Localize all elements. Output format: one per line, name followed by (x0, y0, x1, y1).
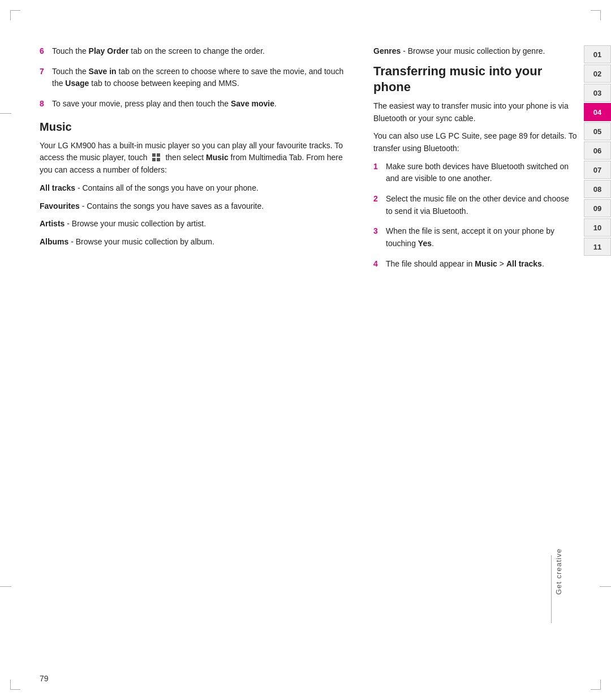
artists-line: Artists - Browse your music collection b… (40, 218, 345, 230)
transfer-step-3: 3 When the file is sent, accept it on yo… (373, 225, 577, 250)
list-item-7: 7 Touch the Save in tab on the screen to… (40, 66, 345, 90)
nav-tab-06[interactable]: 06 (584, 141, 611, 160)
tick-left-top (0, 113, 11, 114)
left-column: 6 Touch the Play Order tab on the screen… (40, 34, 362, 640)
nav-tab-04[interactable]: 04 (584, 103, 611, 121)
step-4-text: The file should appear in Music > All tr… (386, 258, 544, 270)
right-column: 01 02 03 04 05 06 07 08 09 10 11 Genres … (362, 34, 577, 640)
vertical-divider (551, 555, 552, 623)
item-8-bold: Save movie (231, 99, 274, 108)
transfer-step-2: 2 Select the music file on the other dev… (373, 193, 577, 217)
step-4-number: 4 (373, 258, 384, 270)
genres-bold: Genres (373, 46, 401, 55)
all-tracks-text: - Contains all of the songs you have on … (75, 183, 259, 192)
step-3-bold: Yes (418, 239, 432, 248)
page-number: 79 (40, 674, 49, 683)
bottom-bar: 79 (0, 674, 611, 700)
genres-text: - Browse your music collection by genre. (401, 46, 545, 55)
item-7-bold2: Usage (65, 79, 89, 88)
nav-tab-01[interactable]: 01 (584, 45, 611, 63)
svg-rect-2 (152, 158, 156, 161)
corner-mark-bl (10, 680, 20, 690)
nav-tab-03[interactable]: 03 (584, 84, 611, 102)
item-6-number: 6 (40, 45, 50, 58)
nav-tab-07[interactable]: 07 (584, 161, 611, 179)
music-intro-para: Your LG KM900 has a built-in music playe… (40, 140, 345, 177)
transfer-heading: Transferring music into your phone (373, 63, 577, 96)
nav-tabs: 01 02 03 04 05 06 07 08 09 10 11 (584, 45, 611, 256)
nav-tab-09[interactable]: 09 (584, 199, 611, 217)
svg-rect-1 (157, 153, 160, 157)
favourites-text: - Contains the songs you have saves as a… (80, 201, 264, 211)
all-tracks-line: All tracks - Contains all of the songs y… (40, 182, 345, 195)
item-8-number: 8 (40, 98, 50, 110)
item-6-text: Touch the Play Order tab on the screen t… (52, 45, 265, 58)
music-bold: Music (206, 153, 229, 162)
step-1-text: Make sure both devices have Bluetooth sw… (386, 161, 577, 185)
list-item-8: 8 To save your movie, press play and the… (40, 98, 345, 110)
step-2-number: 2 (373, 193, 384, 217)
transfer-intro-para: The easiest way to transfer music into y… (373, 100, 577, 124)
corner-mark-br (591, 680, 601, 690)
page: 6 Touch the Play Order tab on the screen… (0, 0, 611, 700)
transfer-para2: You can also use LG PC Suite, see page 8… (373, 130, 577, 154)
nav-tab-05[interactable]: 05 (584, 122, 611, 140)
nav-tab-02[interactable]: 02 (584, 65, 611, 83)
transfer-step-1: 1 Make sure both devices have Bluetooth … (373, 161, 577, 185)
nav-tab-10[interactable]: 10 (584, 218, 611, 237)
item-7-text: Touch the Save in tab on the screen to c… (52, 66, 345, 90)
albums-line: Albums - Browse your music collection by… (40, 236, 345, 248)
genres-line: Genres - Browse your music collection by… (373, 45, 577, 58)
corner-mark-tl (10, 10, 20, 20)
item-6-bold: Play Order (89, 46, 129, 55)
favourites-bold: Favourites (40, 201, 80, 211)
step-2-text: Select the music file on the other devic… (386, 193, 577, 217)
list-item-6: 6 Touch the Play Order tab on the screen… (40, 45, 345, 58)
step-3-number: 3 (373, 225, 384, 250)
svg-rect-0 (152, 153, 156, 157)
nav-tab-08[interactable]: 08 (584, 180, 611, 198)
item-8-text: To save your movie, press play and then … (52, 98, 277, 110)
nav-tab-11[interactable]: 11 (584, 238, 611, 256)
step-4-bold2: All tracks (506, 259, 542, 268)
svg-rect-3 (157, 158, 160, 161)
grid-icon (152, 153, 162, 163)
music-heading: Music (40, 119, 345, 134)
tick-right-bottom (600, 586, 611, 587)
step-1-number: 1 (373, 161, 384, 185)
corner-mark-tr (591, 10, 601, 20)
get-creative-label: Get creative (554, 548, 563, 595)
tick-left-bottom (0, 586, 11, 587)
step-3-text: When the file is sent, accept it on your… (386, 225, 577, 250)
all-tracks-bold: All tracks (40, 183, 75, 192)
artists-text: - Browse your music collection by artist… (64, 219, 206, 228)
item-7-number: 7 (40, 66, 50, 90)
content-area: 6 Touch the Play Order tab on the screen… (0, 0, 611, 674)
albums-text: - Browse your music collection by album. (68, 237, 214, 246)
step-4-bold1: Music (475, 259, 497, 268)
artists-bold: Artists (40, 219, 64, 228)
transfer-step-4: 4 The file should appear in Music > All … (373, 258, 577, 270)
item-7-bold1: Save in (89, 67, 117, 76)
albums-bold: Albums (40, 237, 68, 246)
favourites-line: Favourites - Contains the songs you have… (40, 200, 345, 213)
